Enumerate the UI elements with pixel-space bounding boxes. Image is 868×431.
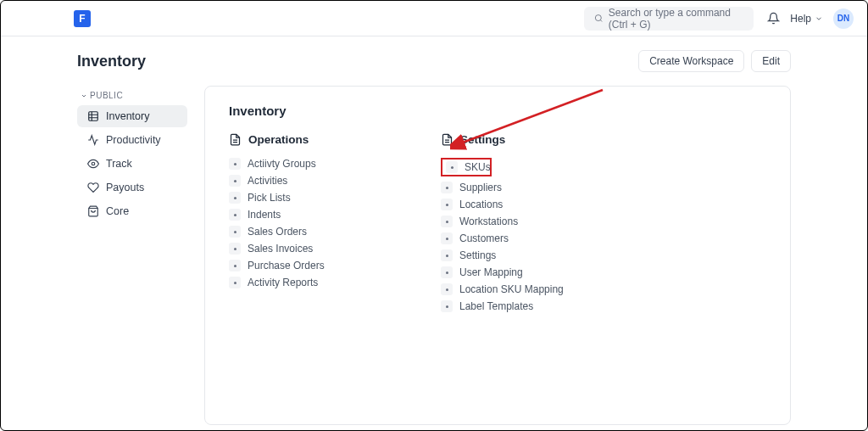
bullet-icon (229, 277, 241, 288)
bullet-icon (441, 199, 453, 210)
sidebar-section-label: PUBLIC (90, 91, 123, 100)
operations-item-label: Pick Lists (248, 192, 291, 204)
eye-icon (87, 158, 99, 170)
notification-icon[interactable] (767, 12, 780, 25)
bullet-icon (441, 216, 453, 227)
operations-item-label: Sales Orders (248, 226, 307, 238)
help-label: Help (790, 13, 811, 25)
sidebar-item-productivity[interactable]: Productivity (77, 129, 187, 151)
search-input[interactable]: Search or type a command (Ctrl + G) (584, 7, 754, 31)
topbar: F Search or type a command (Ctrl + G) He… (1, 1, 867, 36)
bullet-icon (441, 283, 453, 295)
bullet-icon (441, 300, 453, 312)
operations-item-label: Actiivty Groups (248, 158, 316, 170)
sidebar-item-payouts[interactable]: Payouts (77, 176, 187, 199)
settings-item[interactable]: Locations (441, 199, 619, 210)
svg-point-6 (92, 162, 95, 165)
page-title: Inventory (77, 53, 146, 70)
document-icon (441, 133, 453, 146)
search-placeholder: Search or type a command (Ctrl + G) (609, 7, 743, 31)
app-logo[interactable]: F (74, 10, 91, 27)
operations-column: Operations Actiivty GroupsActivitiesPick… (229, 133, 407, 312)
bullet-icon (229, 175, 241, 187)
sidebar-item-label: Inventory (106, 110, 149, 122)
settings-item-label: Location SKU Mapping (459, 283, 564, 295)
settings-item-label: Settings (459, 249, 496, 261)
annotation-highlight: SKUs (441, 158, 492, 176)
operations-item[interactable]: Actiivty Groups (229, 158, 407, 170)
settings-item[interactable]: Workstations (441, 216, 619, 227)
settings-item[interactable]: Location SKU Mapping (441, 283, 619, 295)
operations-item-label: Activity Reports (248, 277, 318, 288)
settings-item-label: Label Templates (459, 300, 533, 312)
sidebar-item-core[interactable]: Core (77, 200, 187, 222)
user-avatar[interactable]: DN (833, 8, 854, 29)
search-icon (594, 13, 604, 24)
edit-button[interactable]: Edit (751, 50, 791, 72)
main-panel: Inventory Operations Actiivty GroupsActi… (204, 86, 791, 425)
bullet-icon (441, 266, 453, 278)
activity-icon (87, 134, 99, 146)
sidebar-item-label: Productivity (106, 134, 161, 146)
settings-label: Settings (460, 133, 505, 146)
operations-header: Operations (229, 133, 407, 146)
sidebar-item-label: Payouts (106, 182, 144, 193)
chevron-down-icon (81, 92, 87, 99)
sidebar-item-inventory[interactable]: Inventory (77, 105, 187, 127)
settings-item[interactable]: Suppliers (441, 182, 619, 193)
operations-item[interactable]: Purchase Orders (229, 260, 407, 271)
operations-item[interactable]: Activities (229, 175, 407, 187)
grid-icon (87, 110, 99, 122)
bag-icon (87, 205, 99, 217)
bullet-icon (229, 158, 241, 170)
create-workspace-button[interactable]: Create Workspace (638, 50, 744, 72)
bullet-icon (229, 209, 241, 221)
bullet-icon (441, 232, 453, 244)
settings-item-label: SKUs (465, 161, 491, 173)
sidebar-section-public[interactable]: PUBLIC (77, 86, 187, 105)
settings-header: Settings (441, 133, 619, 146)
chevron-down-icon (815, 14, 823, 23)
page-header: Inventory Create Workspace Edit (1, 36, 867, 86)
bullet-icon (229, 243, 241, 255)
sidebar-item-track[interactable]: Track (77, 153, 187, 175)
operations-item[interactable]: Indents (229, 209, 407, 221)
operations-item[interactable]: Sales Orders (229, 226, 407, 238)
sidebar: PUBLIC Inventory Productivity Track Payo… (77, 86, 187, 425)
operations-item[interactable]: Activity Reports (229, 277, 407, 288)
settings-item-label: Suppliers (459, 182, 502, 193)
operations-item[interactable]: Pick Lists (229, 192, 407, 204)
settings-item-label: Workstations (459, 216, 518, 227)
sidebar-item-label: Track (106, 158, 132, 170)
bullet-icon (441, 249, 453, 261)
settings-item[interactable]: User Mapping (441, 266, 619, 278)
bullet-icon (229, 260, 241, 271)
settings-item[interactable]: Settings (441, 249, 619, 261)
svg-line-1 (601, 20, 603, 22)
heart-icon (87, 182, 99, 193)
document-icon (229, 133, 242, 146)
operations-item-label: Purchase Orders (248, 260, 325, 271)
settings-item-label: Locations (459, 199, 503, 210)
operations-label: Operations (248, 133, 309, 146)
sidebar-item-label: Core (106, 205, 129, 217)
bullet-icon (441, 182, 453, 193)
settings-item[interactable]: Customers (441, 232, 619, 244)
operations-item-label: Sales Invoices (248, 243, 313, 255)
settings-item[interactable]: Label Templates (441, 300, 619, 312)
settings-item[interactable]: SKUs (441, 158, 619, 176)
settings-item-label: User Mapping (459, 266, 523, 278)
operations-item[interactable]: Sales Invoices (229, 243, 407, 255)
bullet-icon (446, 161, 458, 173)
panel-title: Inventory (229, 104, 766, 118)
svg-rect-2 (89, 112, 98, 121)
operations-item-label: Activities (248, 175, 287, 187)
svg-point-0 (596, 15, 602, 21)
settings-item-label: Customers (459, 232, 509, 244)
bullet-icon (229, 226, 241, 238)
settings-column: Settings SKUsSuppliersLocationsWorkstati… (441, 133, 619, 312)
bullet-icon (229, 192, 241, 204)
help-menu[interactable]: Help (790, 13, 823, 25)
operations-item-label: Indents (248, 209, 281, 221)
